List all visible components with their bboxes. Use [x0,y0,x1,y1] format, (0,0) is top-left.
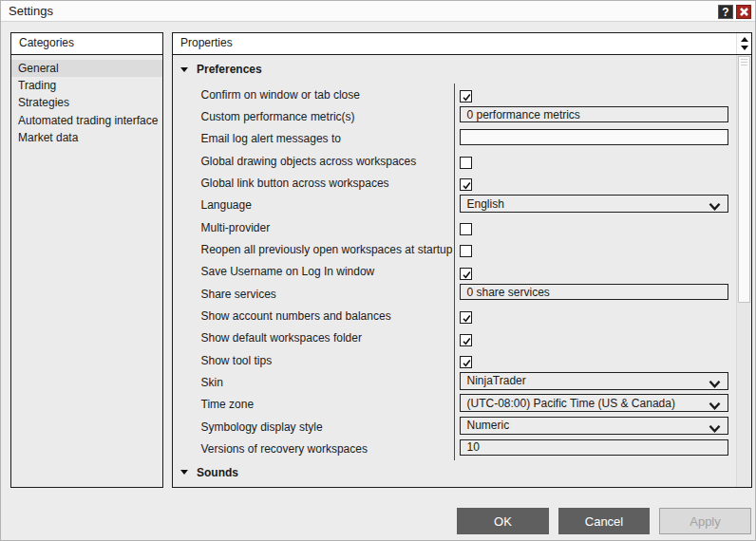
checkbox-global-drawing-objects-across-workspaces[interactable] [460,157,472,169]
ok-button[interactable]: OK [457,508,549,534]
checkbox-save-username-on-log-in-window[interactable] [460,268,472,280]
property-row-language: LanguageEnglish [173,195,736,216]
dropdown-skin[interactable]: NinjaTrader [460,372,728,390]
dropdown-language[interactable]: English [460,195,728,213]
property-row-multi-provider: Multi-provider [173,216,736,238]
categories-panel: Categories GeneralTradingStrategiesAutom… [10,32,163,488]
scrollbar-grip [741,59,747,66]
property-row-show-account-numbers-and-balances: Show account numbers and balances [173,305,736,326]
property-label: Time zone [201,398,255,411]
property-label: Global drawing objects across workspaces [201,155,417,168]
chevron-down-icon [709,422,721,430]
properties-scrollbar[interactable] [736,55,751,487]
checkbox-reopen-all-previously-open-workspaces-at-startup[interactable] [460,245,472,257]
checkbox-multi-provider[interactable] [460,223,472,235]
window-title: Settings [9,4,53,18]
apply-button: Apply [659,508,751,534]
scrollbar-buttons [736,33,751,54]
property-row-global-drawing-objects-across-workspaces: Global drawing objects across workspaces [173,150,736,172]
help-button[interactable]: ? [718,5,733,19]
group-label: Sounds [197,466,238,479]
property-row-save-username-on-log-in-window: Save Username on Log In window [173,261,736,283]
property-row-show-tool-tips: Show tool tips [173,349,736,371]
property-row-custom-performance-metrics: Custom performance metric(s)0 performanc… [173,105,736,127]
properties-header: Properties [173,33,751,55]
property-label: Show tool tips [201,354,273,367]
property-row-share-services: Share services0 share services [173,283,736,305]
property-label: Custom performance metric(s) [201,110,355,123]
property-row-show-default-workspaces-folder: Show default workspaces folder [173,327,736,349]
sidebar-item-strategies[interactable]: Strategies [11,94,162,111]
dropdown-symbology-display-style[interactable]: Numeric [460,417,728,435]
properties-body: Preferences Confirm on window or tab clo… [173,55,736,487]
sidebar-item-automated-trading-interface[interactable]: Automated trading interface [11,112,162,129]
cancel-button[interactable]: Cancel [558,508,650,534]
property-rows: Confirm on window or tab closeCustom per… [173,84,736,460]
chevron-down-icon [709,200,721,208]
checkbox-global-link-button-across-workspaces[interactable] [460,178,472,191]
property-label: Share services [201,288,276,301]
field-versions-of-recovery-workspaces[interactable]: 10 [460,439,728,456]
property-row-symbology-display-style: Symbology display styleNumeric [173,416,736,438]
settings-window: Settings ? Categories GeneralTradingStra… [0,0,756,541]
property-label: Language [201,198,252,212]
checkbox-confirm-on-window-or-tab-close[interactable] [460,90,472,103]
group-header-preferences[interactable]: Preferences [173,55,736,84]
categories-header: Categories [11,33,162,55]
scroll-down-icon[interactable] [741,46,748,50]
checkbox-show-tool-tips[interactable] [460,356,472,368]
categories-list: GeneralTradingStrategiesAutomated tradin… [11,60,162,146]
close-icon [740,8,748,16]
property-row-time-zone: Time zone(UTC-08:00) Pacific Time (US & … [173,394,736,416]
property-row-email-log-alert-messages-to: Email log alert messages to [173,128,736,150]
property-label: Email log alert messages to [201,132,341,145]
dropdown-time-zone[interactable]: (UTC-08:00) Pacific Time (US & Canada) [460,394,728,412]
property-label: Skin [201,376,223,389]
property-label: Reopen all previously open workspaces at… [201,243,453,256]
checkbox-show-account-numbers-and-balances[interactable] [460,311,472,324]
property-row-reopen-all-previously-open-workspaces-at-startup: Reopen all previously open workspaces at… [173,238,736,260]
group-label: Preferences [197,63,262,76]
property-row-versions-of-recovery-workspaces: Versions of recovery workspaces10 [173,438,736,460]
sidebar-item-general[interactable]: General [11,60,162,77]
collapse-triangle-icon [180,67,188,72]
property-label: Symbology display style [201,420,323,434]
field-email-log-alert-messages-to[interactable] [460,129,728,145]
property-row-skin: SkinNinjaTrader [173,371,736,393]
property-label: Global link button across workspaces [201,177,389,190]
chevron-down-icon [709,378,721,385]
chevron-down-icon [709,400,721,407]
property-row-global-link-button-across-workspaces: Global link button across workspaces [173,172,736,194]
title-bar: Settings ? [1,1,755,22]
field-share-services[interactable]: 0 share services [460,284,728,300]
scroll-up-icon[interactable] [741,37,748,42]
property-label: Save Username on Log In window [201,265,375,278]
scrollbar-thumb[interactable] [738,56,750,303]
sidebar-item-trading[interactable]: Trading [11,77,162,94]
properties-panel: Properties Preferences Confirm on window… [172,32,752,488]
property-label: Show default workspaces folder [201,331,362,345]
close-button[interactable] [736,5,751,19]
field-custom-performance-metrics[interactable]: 0 performance metrics [460,106,728,122]
group-header-sounds[interactable]: Sounds [173,460,736,485]
help-icon: ? [722,6,728,19]
property-label: Confirm on window or tab close [201,88,360,102]
sidebar-item-market-data[interactable]: Market data [11,129,162,146]
property-label: Versions of recovery workspaces [201,442,368,456]
property-row-confirm-on-window-or-tab-close: Confirm on window or tab close [173,84,736,105]
property-label: Show account numbers and balances [201,309,391,323]
collapse-triangle-icon [180,470,188,475]
property-label: Multi-provider [201,221,271,234]
checkbox-show-default-workspaces-folder[interactable] [460,334,472,346]
